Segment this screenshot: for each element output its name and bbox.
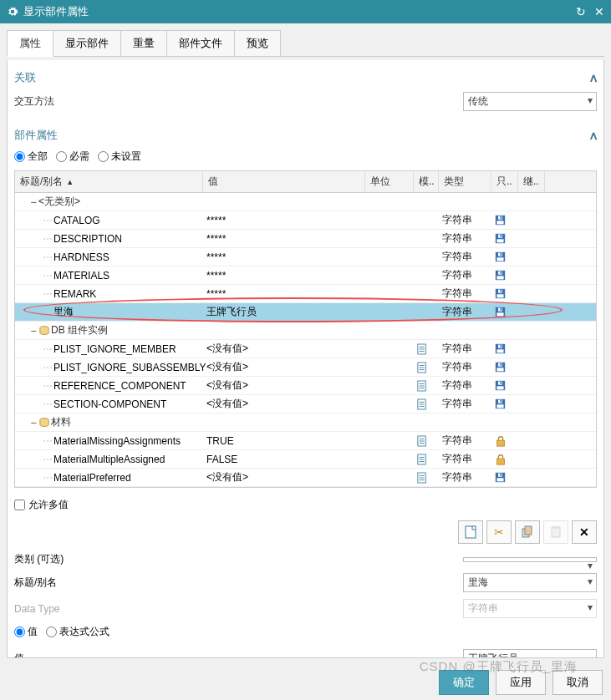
table-row[interactable]: ⋯ REMARK*****字符串 (15, 285, 596, 303)
svg-rect-54 (496, 404, 503, 408)
paste-button[interactable] (543, 520, 568, 544)
svg-rect-76 (466, 526, 476, 538)
datatype-label: Data Type (14, 603, 115, 615)
svg-rect-46 (496, 386, 503, 389)
value-input[interactable]: 王牌飞行员 (463, 649, 597, 658)
col-inherit[interactable]: 继.. (518, 171, 545, 192)
col-type[interactable]: 类型 (439, 171, 491, 192)
svg-rect-23 (501, 308, 502, 311)
svg-rect-30 (496, 349, 503, 353)
col-mode[interactable]: 模.. (414, 171, 439, 192)
table-row[interactable]: ⋯ DESCRIPTION*****字符串 (15, 230, 596, 248)
expand-icon[interactable]: − (29, 196, 38, 208)
allow-multi-checkbox[interactable] (14, 500, 25, 510)
svg-rect-67 (497, 459, 505, 464)
radio-expression[interactable]: 表达式公式 (46, 625, 109, 639)
reset-icon[interactable]: ↻ (576, 5, 586, 18)
radio-unset[interactable]: 未设置 (98, 150, 141, 164)
svg-rect-32 (501, 345, 502, 347)
svg-rect-1 (496, 221, 503, 224)
table-row[interactable]: ⋯ PLIST_IGNORE_SUBASSEMBLY<没有值>字符串 (15, 358, 596, 377)
chevron-up-icon: ʌ (590, 71, 597, 84)
title-alias-select[interactable]: 里海 (463, 573, 597, 592)
svg-rect-48 (501, 382, 502, 384)
col-title[interactable]: 标题/别名▲ (15, 171, 203, 192)
cancel-button[interactable]: 取消 (552, 670, 603, 695)
grid-group[interactable]: − <无类别> (15, 193, 596, 211)
svg-rect-13 (496, 276, 503, 279)
col-value[interactable]: 值 (203, 171, 365, 192)
tab-weight[interactable]: 重量 (120, 30, 167, 56)
table-row[interactable]: ⋯ SECTION-COMPONENT<没有值>字符串 (15, 395, 596, 413)
svg-rect-75 (501, 474, 502, 476)
svg-rect-11 (501, 253, 502, 256)
expand-icon[interactable]: − (29, 417, 38, 429)
chevron-up-icon: ʌ (590, 129, 597, 142)
interaction-method-select[interactable]: 传统 (463, 92, 597, 111)
svg-rect-40 (501, 363, 502, 366)
svg-rect-21 (496, 312, 503, 316)
delete-button[interactable]: ✕ (572, 520, 597, 544)
table-row[interactable]: ⋯ HARDNESS*****字符串 (15, 248, 596, 266)
svg-rect-3 (501, 216, 502, 219)
col-unit[interactable]: 单位 (365, 171, 414, 192)
table-row[interactable]: ⋯ MaterialMultipleAssignedFALSE字符串 (15, 450, 596, 469)
svg-rect-17 (496, 294, 503, 297)
title-alias-label: 标题/别名 (14, 576, 115, 590)
svg-rect-7 (501, 235, 502, 237)
svg-rect-15 (501, 271, 502, 274)
section-part-props[interactable]: 部件属性 ʌ (14, 128, 597, 143)
copy-button[interactable] (515, 520, 540, 544)
new-button[interactable] (458, 520, 483, 544)
table-row[interactable]: ⋯ MATERIALS*****字符串 (15, 266, 596, 285)
svg-rect-38 (496, 368, 503, 371)
apply-button[interactable]: 应用 (496, 670, 546, 695)
tab-preview[interactable]: 预览 (234, 30, 281, 56)
category-label: 类别 (可选) (14, 552, 115, 566)
tab-properties[interactable]: 属性 (7, 30, 53, 57)
table-row[interactable]: ⋯ MaterialMissingAssignmentsTRUE字符串 (15, 432, 596, 450)
tab-part-file[interactable]: 部件文件 (166, 30, 235, 56)
datatype-select: 字符串 (463, 599, 597, 618)
svg-rect-5 (496, 239, 503, 242)
grid-group[interactable]: − 材料 (15, 413, 596, 432)
dialog-footer: 确定 应用 取消 (0, 665, 611, 700)
svg-rect-9 (496, 257, 503, 261)
allow-multi-label: 允许多值 (28, 498, 69, 512)
tab-bar: 属性 显示部件 重量 部件文件 预览 (7, 30, 604, 57)
table-row[interactable]: ⋯ CATALOG*****字符串 (15, 211, 596, 230)
radio-value[interactable]: 值 (14, 625, 38, 639)
table-row[interactable]: ⋯ REFERENCE_COMPONENT<没有值>字符串 (15, 377, 596, 395)
svg-rect-19 (501, 290, 502, 292)
table-row[interactable]: ⋯ 里海王牌飞行员字符串 (15, 303, 596, 322)
interaction-method-label: 交互方法 (14, 94, 89, 109)
property-grid: 标题/别名▲ 值 单位 模.. 类型 只.. 继.. − <无类别>⋯ CATA… (14, 170, 597, 488)
svg-rect-62 (497, 440, 505, 446)
close-icon[interactable]: ✕ (594, 5, 604, 18)
svg-rect-56 (501, 400, 502, 403)
section-assoc[interactable]: 关联 ʌ (14, 70, 597, 85)
window-title: 显示部件属性 (23, 4, 89, 19)
toolbar: ✂ ✕ (14, 520, 597, 544)
gear-icon (7, 6, 18, 18)
expand-icon[interactable]: − (29, 325, 38, 337)
col-readonly[interactable]: 只.. (491, 171, 518, 192)
tab-display-part[interactable]: 显示部件 (53, 30, 121, 56)
category-select[interactable] (463, 557, 597, 562)
table-row[interactable]: ⋯ PLIST_IGNORE_MEMBER<没有值>字符串 (15, 340, 596, 358)
cut-button[interactable]: ✂ (486, 520, 512, 544)
value-label: 值 (14, 652, 115, 658)
radio-all[interactable]: 全部 (14, 150, 48, 164)
ok-button[interactable]: 确定 (439, 670, 489, 695)
titlebar: 显示部件属性 ↻ ✕ (0, 0, 611, 23)
svg-rect-78 (525, 526, 532, 535)
svg-rect-80 (553, 526, 558, 529)
table-row[interactable]: ⋯ MaterialPreferred<没有值>字符串 (15, 469, 596, 487)
grid-group[interactable]: − DB 组件实例 (15, 322, 596, 340)
svg-rect-73 (496, 478, 503, 481)
radio-required[interactable]: 必需 (56, 150, 89, 164)
grid-header: 标题/别名▲ 值 单位 模.. 类型 只.. 继.. (15, 171, 596, 193)
filter-radios: 全部 必需 未设置 (14, 150, 597, 164)
